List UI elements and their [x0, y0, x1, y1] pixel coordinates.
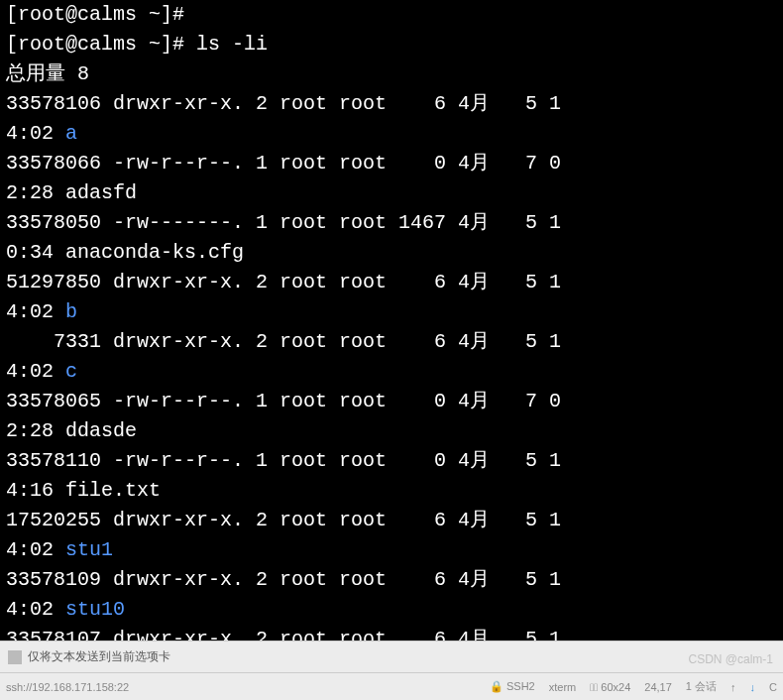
status-address: ssh://192.168.171.158:22	[6, 681, 129, 693]
send-text-label: 仅将文本发送到当前选项卡	[28, 648, 170, 665]
terminal-output[interactable]: [root@calms ~]# [root@calms ~]# ls -li 总…	[0, 0, 783, 641]
status-cap: C	[769, 681, 777, 693]
status-session: 1 会话	[686, 679, 717, 694]
status-bar: ssh://192.168.171.158:22 🔒 SSH2 xterm �⃞…	[0, 672, 783, 700]
status-down-icon[interactable]: ↓	[750, 681, 756, 693]
status-term: xterm	[549, 681, 577, 693]
watermark: CSDN @calm-1	[688, 652, 773, 666]
status-ssh: 🔒 SSH2	[490, 680, 535, 693]
status-size: �⃞ 60x24	[590, 681, 630, 693]
send-text-bar: 仅将文本发送到当前选项卡	[0, 641, 783, 672]
status-up-icon: ↑	[730, 681, 736, 693]
status-pos: 24,17	[644, 681, 672, 693]
send-icon	[8, 650, 22, 664]
